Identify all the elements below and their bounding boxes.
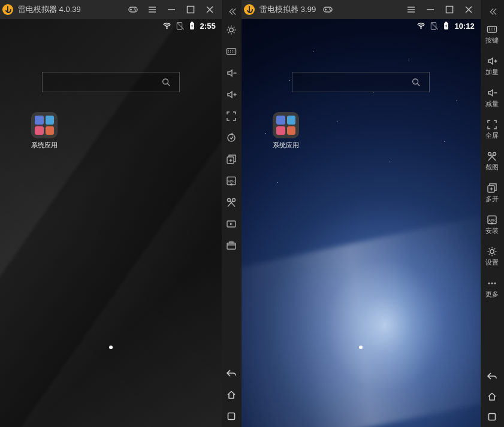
tool-label: 全屏 (485, 131, 499, 140)
volume-up-icon (487, 56, 497, 66)
window-title: 雷电模拟器 3.99 (259, 4, 316, 15)
multi-instance-button[interactable] (222, 149, 242, 170)
keymap-button[interactable]: 按键 (481, 19, 504, 51)
gear-icon (487, 246, 497, 257)
menu-icon[interactable] (402, 0, 421, 19)
no-sim-icon (429, 22, 438, 31)
titlebar-right[interactable]: 雷电模拟器 3.99 (242, 0, 480, 19)
collapse-sidebar-button[interactable] (481, 4, 504, 19)
android-recent-button[interactable] (222, 405, 242, 427)
page-indicator (359, 346, 363, 349)
app-label: 系统应用 (26, 141, 62, 150)
multi-instance-icon (487, 183, 497, 193)
app-label: 系统应用 (268, 141, 304, 150)
emulator-screen[interactable]: 10:12 系统应用 (242, 19, 480, 427)
tool-label: 截图 (485, 163, 499, 172)
collapse-sidebar-button[interactable] (222, 4, 242, 19)
keyboard-icon (487, 24, 497, 35)
multi-instance-button[interactable]: 多开 (481, 178, 504, 210)
no-sim-icon (175, 22, 184, 31)
window-title: 雷电模拟器 4.0.39 (18, 4, 81, 15)
volume-down-button[interactable]: 减量 (481, 83, 504, 114)
wifi-icon (417, 22, 425, 31)
volume-up-button[interactable]: 加量 (481, 51, 504, 83)
emulator-screen[interactable]: 2:55 系统应用 (0, 19, 222, 427)
page-indicator (109, 346, 113, 349)
screenshot-button[interactable] (222, 192, 242, 213)
search-icon (161, 77, 171, 87)
volume-down-icon (487, 87, 497, 98)
gamepad-icon[interactable] (318, 0, 337, 19)
titlebar-left[interactable]: 雷电模拟器 4.0.39 (0, 0, 222, 19)
search-input[interactable] (292, 72, 430, 92)
keyboard-button[interactable] (222, 41, 242, 62)
sidebar-left (222, 0, 242, 427)
close-button[interactable] (200, 0, 219, 19)
gamepad-icon[interactable] (123, 0, 143, 19)
battery-icon (188, 22, 197, 31)
android-home-button[interactable] (222, 384, 242, 405)
clock: 10:12 (454, 22, 474, 31)
shared-folder-button[interactable] (222, 235, 242, 256)
app-logo-icon (2, 4, 13, 15)
android-recent-button[interactable] (481, 407, 504, 427)
close-button[interactable] (459, 0, 478, 19)
system-apps-folder[interactable]: 系统应用 (268, 112, 304, 150)
maximize-button[interactable] (440, 0, 459, 19)
android-back-button[interactable] (222, 362, 242, 384)
tool-label: 减量 (485, 99, 499, 108)
system-apps-folder[interactable]: 系统应用 (26, 112, 62, 150)
install-apk-button[interactable]: 安装 (481, 210, 504, 241)
android-statusbar: 10:12 (242, 19, 480, 32)
emulator-window-right: 雷电模拟器 3.99 10:12 系统应用 (242, 0, 480, 427)
search-icon (411, 77, 421, 87)
fullscreen-button[interactable]: 全屏 (481, 114, 504, 146)
tool-label: 设置 (485, 258, 499, 267)
rotate-button[interactable] (222, 127, 242, 149)
wifi-icon (162, 22, 171, 31)
video-record-button[interactable] (222, 213, 242, 235)
volume-up-button[interactable] (222, 84, 242, 105)
emulator-window-left: 雷电模拟器 4.0.39 2:55 系统应用 (0, 0, 222, 427)
menu-icon[interactable] (143, 0, 162, 19)
sidebar-right: 按键 加量 减量 全屏 截图 多开 安装 设置 更多 (481, 0, 504, 427)
maximize-button[interactable] (181, 0, 200, 19)
tool-label: 按键 (485, 36, 499, 45)
settings-button[interactable] (222, 19, 242, 41)
install-apk-button[interactable] (222, 170, 242, 192)
clock: 2:55 (200, 22, 216, 31)
search-input[interactable] (42, 72, 180, 92)
fullscreen-button[interactable] (222, 105, 242, 127)
app-logo-icon (244, 4, 255, 15)
android-home-button[interactable] (481, 386, 504, 407)
screenshot-button[interactable]: 截图 (481, 146, 504, 178)
install-apk-icon (487, 214, 497, 225)
volume-down-button[interactable] (222, 62, 242, 84)
settings-button[interactable]: 设置 (481, 241, 504, 273)
tool-label: 安装 (485, 226, 499, 235)
minimize-button[interactable] (421, 0, 440, 19)
android-statusbar: 2:55 (0, 19, 222, 32)
tool-label: 多开 (485, 195, 499, 204)
tool-label: 加量 (485, 68, 499, 77)
minimize-button[interactable] (162, 0, 181, 19)
scissors-icon (487, 151, 497, 162)
more-button[interactable]: 更多 (481, 273, 504, 305)
tool-label: 更多 (485, 290, 499, 299)
fullscreen-icon (487, 119, 497, 130)
battery-icon (442, 22, 451, 31)
android-back-button[interactable] (481, 366, 504, 386)
more-icon (487, 278, 497, 289)
